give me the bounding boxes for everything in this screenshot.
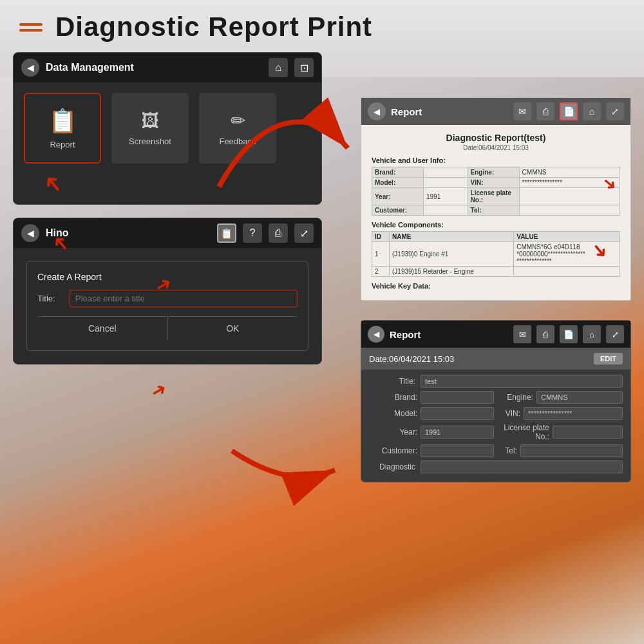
report-form-body: Date:06/04/2021 15:03 EDIT Title: test B… [361,348,630,482]
brand-value [424,167,468,178]
comp-row2-name: (J1939)15 Retarder - Engine [390,267,514,277]
report-form-panel: ◀ Report ✉ ⎙ 📄 ⌂ ⤢ Date:06/04/2021 15:03… [361,320,631,482]
report-form-header: ◀ Report ✉ ⎙ 📄 ⌂ ⤢ [361,321,630,348]
rfp-expand-icon[interactable]: ⤢ [606,325,624,343]
comp-row2-value [514,267,620,277]
title-field-label: Title: [369,377,421,386]
report-print-icon[interactable]: ⎙ [536,102,554,120]
title-field-label: Title: [37,294,63,303]
license-field-value[interactable] [553,426,623,439]
data-management-header: ◀ Data Management ⌂ ⊡ [14,53,321,82]
comp-row2-id: 2 [372,267,390,277]
rfp-title: Report [390,329,508,340]
components-title: Vehicle Components: [372,221,620,229]
hino-report-icon-btn[interactable]: 📋 [217,223,236,243]
ok-button[interactable]: OK [168,317,298,340]
hamburger-icon[interactable] [19,23,43,32]
report-top-back-btn[interactable]: ◀ [368,102,386,120]
year-license-row: Year: 1991 License plate No.: [369,423,623,441]
screenshot-doc-icon: 🖼 [141,110,159,131]
data-management-panel: ◀ Data Management ⌂ ⊡ 📋 Report 🖼 Screens… [13,52,322,205]
hino-back-button[interactable]: ◀ [21,224,39,242]
key-data-title: Vehicle Key Data: [372,282,620,290]
back-button[interactable]: ◀ [21,59,39,77]
screenshot-item[interactable]: 🖼 Screenshot [111,93,189,164]
feedback-item[interactable]: ✏ Feedback [199,93,276,164]
cancel-button[interactable]: Cancel [37,317,168,340]
engine-label: Engine: [468,167,519,178]
customer-field-value[interactable] [421,444,494,457]
hino-expand-icon-btn[interactable]: ⤢ [294,223,314,243]
right-column: ◀ Report ✉ ⎙ 📄 ⌂ ⤢ Diagnostic Report(tes… [361,52,631,482]
dialog-buttons: Cancel OK [37,316,298,340]
rfp-date-text: Date:06/04/2021 15:03 [369,354,454,364]
rfp-email-icon[interactable]: ✉ [513,325,531,343]
data-management-title: Data Management [46,62,262,73]
model-vin-row: Model: VIN: **************** [369,407,623,420]
engine-value: CMMNS [519,167,620,178]
comp-row1-id: 1 [372,242,390,267]
feedback-doc-icon: ✏ [231,110,245,131]
model-value [424,178,468,188]
title-field-value[interactable]: test [421,375,623,388]
home-icon-btn[interactable]: ⌂ [269,58,288,77]
year-field-value[interactable]: 1991 [421,426,494,439]
hino-print-icon-btn[interactable]: ⎙ [269,223,288,243]
vehicle-info-title: Vehicle and User Info: [372,156,620,164]
model-field: Model: [369,407,494,420]
year-label: Year: [372,188,424,205]
left-column: ◀ Data Management ⌂ ⊡ 📋 Report 🖼 Screens… [13,52,335,482]
screenshot-icon-btn[interactable]: ⊡ [294,58,314,77]
report-pdf-icon[interactable]: 📄 [560,102,578,120]
data-management-body: 📋 Report 🖼 Screenshot ✏ Feedback [14,82,321,174]
tel-value [519,205,620,216]
customer-label: Customer: [372,205,424,216]
rfp-form-fields: Title: test Brand: Engine: CMMNS [361,370,630,482]
vin-field-value[interactable]: **************** [524,407,623,420]
screenshot-label: Screenshot [129,137,171,146]
rfp-diagnostic-row: Diagnostic [369,460,623,473]
model-label: Model: [372,178,424,188]
col-name: NAME [390,232,514,242]
year-value: 1991 [424,188,468,205]
customer-tel-row: Customer: Tel: [369,444,623,457]
report-email-icon[interactable]: ✉ [513,102,531,120]
hino-question-icon-btn[interactable]: ? [243,223,262,243]
report-panel-top: ◀ Report ✉ ⎙ 📄 ⌂ ⤢ Diagnostic Report(tes… [361,97,631,301]
report-main-title: Diagnostic Report(test) [372,133,620,143]
hino-body: Create A Report Title: Cancel OK ➜ [14,248,321,364]
report-home-icon[interactable]: ⌂ [583,102,601,120]
license-label: License plate No.: [468,188,519,205]
rfp-back-btn[interactable]: ◀ [368,326,384,343]
report-top-title: Report [391,106,508,117]
report-doc-icon: 📋 [48,108,77,135]
report-expand-icon[interactable]: ⤢ [606,102,624,120]
components-table: ID NAME VALUE 1 (J1939)0 Engine #1 CMMNS… [372,231,620,277]
brand-field-value[interactable] [421,391,494,404]
rfp-print-icon[interactable]: ⎙ [536,325,554,343]
title-input[interactable] [70,290,298,307]
brand-engine-row: Brand: Engine: CMMNS [369,391,623,404]
header: Diagnostic Report Print [0,0,644,49]
report-item[interactable]: 📋 Report [24,93,101,164]
tel-field-value[interactable] [520,444,623,457]
col-id: ID [372,232,390,242]
hamburger-line-2 [19,29,43,32]
customer-field: Customer: [369,444,494,457]
feedback-label: Feedback [219,137,256,146]
model-field-value[interactable] [421,407,494,420]
engine-field-value[interactable]: CMMNS [536,391,623,404]
rfp-edit-button[interactable]: EDIT [594,353,623,365]
rfp-pdf-icon[interactable]: 📄 [560,325,578,343]
report-body-top: Diagnostic Report(test) Date:06/04/2021 … [361,125,630,300]
report-panel-top-header: ◀ Report ✉ ⎙ 📄 ⌂ ⤢ [361,98,630,125]
comp-row1-name: (J1939)0 Engine #1 [390,242,514,267]
hamburger-line-1 [19,23,43,26]
diagnostic-field-value[interactable] [421,460,623,473]
brand-field: Brand: [369,391,494,404]
tel-label: Tel: [468,205,519,216]
create-report-dialog: Create A Report Title: Cancel OK [26,261,308,351]
license-field: License plate No.: [498,423,623,441]
vehicle-info-table: Brand: Engine: CMMNS Model: VIN: *******… [372,167,620,216]
rfp-home-icon[interactable]: ⌂ [583,325,601,343]
